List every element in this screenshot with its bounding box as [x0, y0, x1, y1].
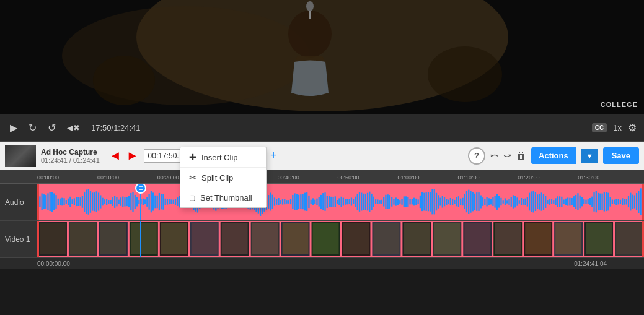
replay-button[interactable]: ↻ [26, 119, 39, 136]
split-clip-menu-item[interactable]: ✂ Split Clip [180, 168, 266, 188]
insert-icon: ✚ [189, 152, 196, 162]
audio-track-label: Audio [0, 184, 37, 220]
controls-bar: ▶ ↻ ↺ ◀✖ 17:50/1:24:41 CC 1x ⚙ [0, 114, 644, 142]
svg-point-8 [428, 46, 502, 102]
context-menu: ✚ Insert Clip ✂ Split Clip ▢ Set Thumbna… [180, 147, 267, 208]
speed-button[interactable]: 1x [613, 123, 622, 132]
set-thumbnail-label: Set Thumbnail [200, 193, 252, 202]
delete-button[interactable]: 🗑 [516, 150, 526, 162]
settings-button[interactable]: ⚙ [628, 122, 637, 134]
ruler-ticks-container: 00:00:0000:10:0000:20:0000:30:0000:40:00… [37, 170, 644, 182]
college-logo: COLLEGE [601, 101, 638, 108]
video-track-label: Video 1 [0, 221, 37, 257]
video-overlay [0, 0, 644, 114]
clip-bar: Ad Hoc Capture 01:24:41 / 01:24:41 ► ► ✚… [0, 142, 644, 170]
clip-duration: 01:24:41 / 01:24:41 [41, 157, 103, 164]
timeline-end-time: 01:24:41.04 [574, 261, 607, 267]
help-button[interactable]: ? [468, 147, 485, 165]
svg-point-7 [93, 56, 155, 105]
thumbnail-icon: ▢ [189, 194, 195, 202]
audio-track-row: Audio ☰ [0, 184, 644, 221]
redo-button[interactable]: ⤻ [503, 150, 511, 162]
actions-button[interactable]: Actions [531, 147, 576, 164]
video-track-content [37, 221, 644, 257]
video-playhead-line [140, 221, 141, 257]
video-player: COLLEGE [0, 0, 644, 114]
scissors-icon: ✂ [189, 173, 196, 183]
play-button[interactable]: ▶ [7, 119, 20, 136]
timeline-ruler: 00:00:0000:10:0000:20:0000:30:0000:40:00… [0, 170, 644, 184]
red-arrow-left: ► [109, 149, 121, 163]
audio-clip-region [37, 184, 644, 220]
timeline-area: 00:00:0000:10:0000:20:0000:30:0000:40:00… [0, 170, 644, 269]
clip-thumbnail [5, 145, 36, 167]
clip-title: Ad Hoc Capture [41, 148, 103, 157]
undo-button[interactable]: ⤺ [490, 150, 498, 162]
red-arrow-right: ► [126, 149, 139, 163]
video-track-row: Video 1 [0, 221, 644, 258]
set-thumbnail-menu-item[interactable]: ▢ Set Thumbnail [180, 188, 266, 207]
zoom-plus-button[interactable]: + [270, 149, 277, 162]
clip-info: Ad Hoc Capture 01:24:41 / 01:24:41 [41, 148, 103, 164]
actions-dropdown-button[interactable]: ▼ [581, 149, 598, 163]
playhead-icon: ☰ [139, 186, 143, 191]
split-clip-label: Split Clip [201, 173, 233, 183]
insert-clip-menu-item[interactable]: ✚ Insert Clip [180, 147, 266, 167]
video-frame [0, 0, 644, 114]
mute-button[interactable]: ◀✖ [64, 121, 82, 135]
insert-clip-label: Insert Clip [201, 153, 238, 162]
timeline-start-time: 00:00:00.00 [37, 261, 70, 267]
timeline-bottom: 00:00:00.00 01:24:41.04 [0, 258, 644, 269]
audio-playhead: ☰ [140, 184, 141, 220]
save-button[interactable]: Save [603, 147, 639, 164]
cc-button[interactable]: CC [592, 123, 607, 132]
video-clip-region [37, 221, 644, 257]
audio-track-content: ☰ [37, 184, 644, 220]
rewind-button[interactable]: ↺ [45, 119, 58, 136]
time-display: 17:50/1:24:41 [91, 123, 141, 132]
svg-point-6 [306, 1, 314, 11]
